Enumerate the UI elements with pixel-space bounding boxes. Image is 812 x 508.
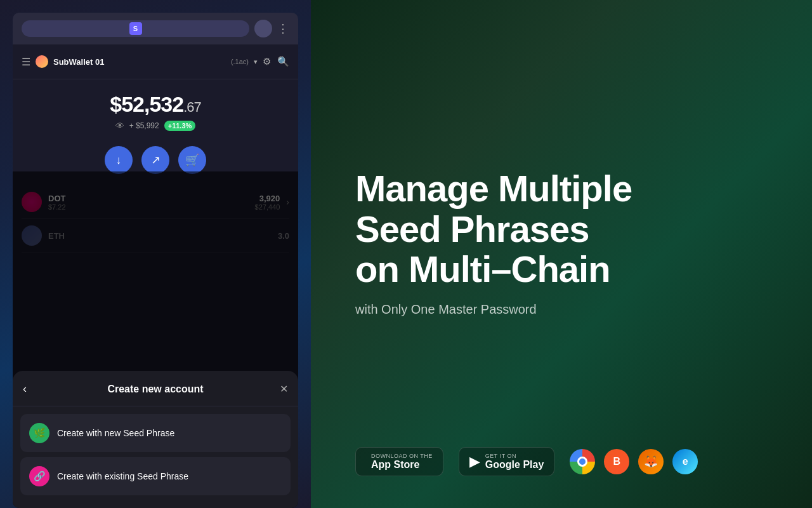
balance-change-row: 👁 + $5,992 +11.3% bbox=[22, 121, 289, 131]
balance-cents-value: .67 bbox=[183, 99, 201, 115]
balance-area: $52,532.67 👁 + $5,992 +11.3% bbox=[13, 79, 298, 140]
modal-title: Create new account bbox=[41, 384, 270, 395]
change-percent: +11.3% bbox=[164, 121, 196, 131]
right-panel: Manage Multiple Seed Phrases on Multi–Ch… bbox=[311, 0, 812, 508]
wallet-address: (.1ac) bbox=[231, 58, 249, 65]
receive-button[interactable]: ↓ bbox=[105, 146, 133, 174]
phone-header: ☰ SubWallet 01 (.1ac) ▾ ⚙ 🔍 bbox=[13, 44, 298, 79]
modal-close-button[interactable]: ✕ bbox=[270, 383, 288, 395]
hamburger-icon[interactable]: ☰ bbox=[22, 56, 30, 68]
googleplay-text: GET IT ON Google Play bbox=[485, 453, 544, 471]
phone-mockup: ☰ SubWallet 01 (.1ac) ▾ ⚙ 🔍 $52,532.67 👁… bbox=[13, 44, 298, 508]
appstore-sub: Download on the bbox=[371, 453, 433, 459]
balance-main-value: $52,532 bbox=[110, 92, 183, 116]
modal-header: ‹ Create new account ✕ bbox=[13, 371, 298, 406]
modal-overlay: ‹ Create new account ✕ 🌿 Create with new… bbox=[13, 171, 298, 508]
existing-seed-label: Create with existing Seed Phrase bbox=[57, 471, 188, 481]
browser-menu-icon[interactable]: ⋮ bbox=[277, 22, 289, 36]
change-amount: + $5,992 bbox=[129, 121, 159, 130]
headline-line1: Manage Multiple bbox=[355, 168, 632, 209]
modal-options: 🌿 Create with new Seed Phrase 🔗 Create w… bbox=[13, 406, 298, 495]
create-new-seed-option[interactable]: 🌿 Create with new Seed Phrase bbox=[20, 414, 291, 452]
subwallet-browser-icon: S bbox=[129, 22, 142, 35]
browser-icons: B 🦊 e bbox=[570, 449, 698, 474]
headline-line3: on Multi–Chain bbox=[355, 248, 610, 290]
chrome-icon[interactable] bbox=[570, 449, 595, 474]
googleplay-sub: GET IT ON bbox=[485, 453, 544, 459]
brave-icon[interactable]: B bbox=[604, 449, 629, 474]
googleplay-badge[interactable]: ▶ GET IT ON Google Play bbox=[459, 447, 554, 476]
buy-button[interactable]: 🛒 bbox=[178, 146, 206, 174]
new-seed-label: Create with new Seed Phrase bbox=[57, 428, 174, 438]
modal-back-button[interactable]: ‹ bbox=[23, 382, 41, 396]
wallet-dropdown-icon[interactable]: ▾ bbox=[254, 58, 258, 66]
googleplay-name: Google Play bbox=[485, 459, 544, 471]
appstore-text: Download on the App Store bbox=[371, 453, 433, 471]
wallet-name: SubWallet 01 bbox=[53, 57, 226, 67]
browser-profile-btn[interactable] bbox=[254, 20, 272, 37]
appstore-badge[interactable]: Download on the App Store bbox=[355, 447, 443, 476]
store-section: Download on the App Store ▶ GET IT ON Go… bbox=[355, 447, 774, 476]
left-panel: S ⋮ ☰ SubWallet 01 (.1ac) ▾ ⚙ 🔍 $52,532.… bbox=[0, 0, 311, 508]
hide-balance-icon[interactable]: 👁 bbox=[115, 121, 124, 131]
subheadline: with Only One Master Password bbox=[355, 302, 774, 317]
wallet-avatar bbox=[36, 55, 48, 68]
appstore-name: App Store bbox=[371, 459, 433, 471]
edge-icon[interactable]: e bbox=[672, 449, 698, 474]
filter-icon[interactable]: ⚙ bbox=[263, 56, 271, 67]
create-account-modal: ‹ Create new account ✕ 🌿 Create with new… bbox=[13, 371, 298, 508]
browser-address-bar: S bbox=[22, 20, 249, 37]
send-button[interactable]: ↗ bbox=[141, 146, 169, 174]
create-existing-seed-option[interactable]: 🔗 Create with existing Seed Phrase bbox=[20, 457, 291, 495]
headline: Manage Multiple Seed Phrases on Multi–Ch… bbox=[355, 168, 774, 290]
hero-text: Manage Multiple Seed Phrases on Multi–Ch… bbox=[355, 38, 774, 447]
firefox-icon[interactable]: 🦊 bbox=[638, 449, 664, 474]
google-play-icon: ▶ bbox=[469, 453, 480, 470]
search-icon[interactable]: 🔍 bbox=[277, 56, 289, 67]
headline-line2: Seed Phrases bbox=[355, 208, 589, 250]
new-seed-icon: 🌿 bbox=[29, 423, 49, 443]
browser-chrome: S ⋮ bbox=[13, 13, 298, 44]
balance-display: $52,532.67 bbox=[22, 92, 289, 117]
existing-seed-icon: 🔗 bbox=[29, 466, 49, 486]
